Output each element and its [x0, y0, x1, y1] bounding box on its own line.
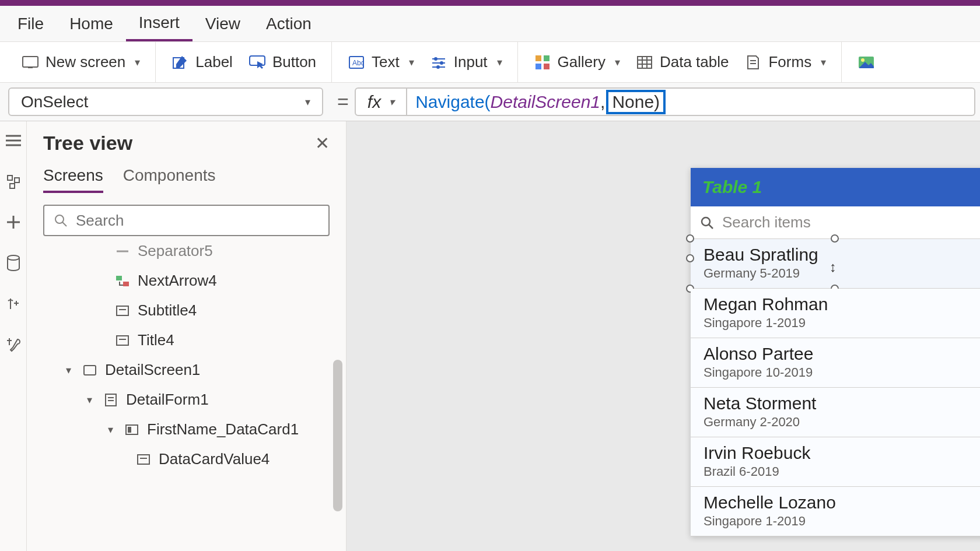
svg-rect-38	[117, 336, 128, 345]
hamburger-icon[interactable]	[5, 132, 22, 149]
forms-button[interactable]: Forms ▾	[740, 50, 831, 75]
svg-rect-13	[544, 55, 550, 61]
equals-sign: =	[331, 83, 355, 121]
chevron-down-icon: ▾	[497, 56, 502, 69]
property-name: OnSelect	[21, 93, 88, 111]
label-icon	[135, 451, 152, 468]
svg-rect-40	[84, 366, 96, 375]
label-icon	[114, 303, 131, 319]
svg-rect-12	[536, 55, 541, 61]
new-screen-button[interactable]: New screen ▾	[18, 50, 145, 75]
svg-rect-35	[123, 282, 129, 286]
menu-file[interactable]: File	[5, 8, 57, 40]
gallery-item-subtitle: Singapore 1-2019	[704, 514, 980, 529]
gallery-item[interactable]: Alonso Partee Singapore 10-2019	[691, 338, 980, 388]
tree-item-label: Separator5	[138, 243, 213, 260]
design-canvas[interactable]: Table 1 Search items Beau Spratling Germ…	[346, 121, 980, 551]
tree-view-title: Tree view	[43, 132, 132, 155]
tree-list: Separator5 NextArrow4 Subtitle4 Title4 ▾…	[27, 243, 346, 551]
forms-btn-label: Forms	[768, 53, 811, 71]
selection-handle[interactable]	[831, 234, 839, 243]
formula-token-func: Navigate	[415, 92, 484, 112]
selection-handle[interactable]	[686, 254, 694, 262]
chevron-down-icon[interactable]: ▾	[62, 364, 75, 377]
tab-components[interactable]: Components	[123, 166, 216, 193]
data-table-icon	[636, 54, 653, 71]
gallery-item-title: Beau Spratling	[704, 245, 980, 265]
data-cylinder-icon[interactable]	[5, 254, 22, 272]
forms-icon	[745, 54, 761, 71]
svg-rect-46	[138, 455, 149, 464]
resize-cursor-icon: ↕	[830, 259, 836, 275]
tree-item-detailscreen[interactable]: ▾ DetailScreen1	[33, 355, 346, 385]
tree-view-icon[interactable]	[5, 173, 22, 190]
menu-insert[interactable]: Insert	[126, 6, 192, 41]
menu-home[interactable]: Home	[57, 8, 126, 40]
tree-item-nextarrow[interactable]: NextArrow4	[33, 266, 346, 296]
chevron-down-icon: ▾	[409, 56, 414, 69]
chevron-down-icon[interactable]: ▾	[83, 394, 96, 406]
svg-point-9	[440, 61, 443, 65]
app-preview: Table 1 Search items Beau Spratling Germ…	[691, 168, 980, 536]
media-icon[interactable]	[5, 295, 22, 313]
gallery-item[interactable]: Neta Storment Germany 2-2020	[691, 388, 980, 437]
search-icon	[54, 213, 68, 227]
svg-rect-1	[28, 67, 33, 68]
svg-rect-0	[23, 57, 38, 67]
text-button[interactable]: Abc Text ▾	[344, 50, 419, 75]
data-table-button[interactable]: Data table	[632, 50, 734, 75]
label-icon	[114, 332, 131, 349]
svg-rect-14	[536, 64, 541, 69]
gallery-item[interactable]: Beau Spratling Germany 5-2019 ↕	[691, 239, 980, 289]
chevron-down-icon[interactable]: ▾	[104, 423, 117, 436]
tree-item-datacardvalue[interactable]: DataCardValue4	[33, 444, 346, 474]
label-button[interactable]: Label	[167, 50, 237, 75]
tree-item-datacard[interactable]: ▾ FirstName_DataCard1	[33, 415, 346, 444]
chevron-down-icon: ▾	[305, 96, 310, 108]
tree-search-box[interactable]	[43, 205, 330, 236]
button-button[interactable]: Button	[244, 50, 321, 75]
svg-point-48	[702, 217, 710, 226]
app-title: Table 1	[702, 177, 762, 197]
chevron-down-icon: ▾	[615, 56, 620, 69]
menu-action[interactable]: Action	[253, 8, 324, 40]
tree-item-label: FirstName_DataCard1	[147, 420, 299, 438]
text-icon: Abc	[348, 54, 365, 71]
menu-view[interactable]: View	[192, 8, 253, 40]
gallery-button[interactable]: Gallery ▾	[530, 50, 625, 75]
tree-item-subtitle[interactable]: Subtitle4	[33, 296, 346, 325]
tree-item-label: NextArrow4	[138, 272, 217, 290]
gallery-item[interactable]: Irvin Roebuck Brazil 6-2019	[691, 437, 980, 487]
tree-search-input[interactable]	[76, 212, 319, 230]
tree-view-panel: Tree view ✕ Screens Components Separator…	[27, 121, 346, 551]
close-icon[interactable]: ✕	[315, 133, 330, 153]
tools-icon[interactable]	[5, 336, 22, 353]
tree-item-detailform[interactable]: ▾ DetailForm1	[33, 385, 346, 415]
gallery-item-title: Megan Rohman	[704, 294, 980, 314]
gallery-item[interactable]: Mechelle Lozano Singapore 1-2019	[691, 487, 980, 536]
gallery-item-title: Alonso Partee	[704, 344, 980, 364]
tab-screens[interactable]: Screens	[43, 166, 103, 193]
separator-icon	[114, 243, 131, 259]
gallery-item-title: Irvin Roebuck	[704, 443, 980, 463]
fx-button[interactable]: fx ▾	[355, 87, 407, 116]
svg-point-7	[434, 57, 438, 61]
insert-plus-icon[interactable]	[5, 213, 22, 231]
gallery-item[interactable]: Megan Rohman Singapore 1-2019	[691, 289, 980, 338]
button-btn-label: Button	[272, 53, 316, 71]
input-button[interactable]: Input ▾	[426, 50, 507, 75]
tree-item-title4[interactable]: Title4	[33, 325, 346, 355]
form-icon	[103, 392, 119, 408]
formula-input[interactable]: Navigate(DetailScreen1, None)	[407, 87, 975, 116]
main-menu: File Home Insert View Action	[0, 6, 980, 42]
tree-item-separator[interactable]: Separator5	[33, 243, 346, 266]
property-selector[interactable]: OnSelect ▾	[8, 87, 323, 116]
gallery-item-subtitle: Brazil 6-2019	[704, 464, 980, 479]
media-button[interactable]	[853, 51, 879, 74]
scrollbar-thumb[interactable]	[333, 360, 342, 511]
gallery-item-subtitle: Germany 2-2020	[704, 415, 980, 430]
svg-rect-16	[638, 57, 652, 68]
selection-handle[interactable]	[686, 234, 694, 243]
formula-token-paren: (	[485, 92, 491, 112]
datacard-icon	[124, 422, 140, 438]
